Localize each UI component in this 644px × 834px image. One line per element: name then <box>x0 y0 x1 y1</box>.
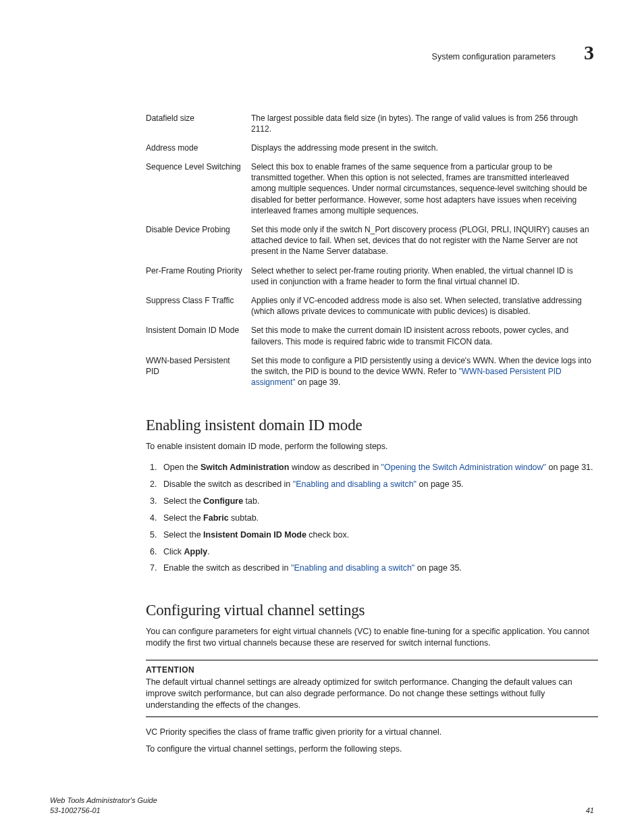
doc-title: Web Tools Administrator's Guide <box>50 796 157 806</box>
attention-note: ATTENTION The default virtual channel se… <box>146 660 598 717</box>
param-desc: The largest possible data field size (in… <box>251 109 598 138</box>
footer-left: Web Tools Administrator's Guide 53-10027… <box>50 796 157 816</box>
text: Select the <box>163 513 203 523</box>
table-row: Disable Device Probing Set this mode onl… <box>146 220 598 261</box>
attention-title: ATTENTION <box>146 664 598 675</box>
step: Select the Insistent Domain ID Mode chec… <box>159 527 598 544</box>
text: Disable the switch as described in <box>163 479 293 489</box>
table-row: Address mode Displays the addressing mod… <box>146 138 598 157</box>
paragraph: To configure the virtual channel setting… <box>146 744 598 755</box>
cross-ref-link[interactable]: "Enabling and disabling a switch" <box>293 479 417 489</box>
param-desc: Applies only if VC-encoded address mode … <box>251 291 598 321</box>
param-label: Per-Frame Routing Priority <box>146 261 251 291</box>
param-desc: Set this mode to make the current domain… <box>251 321 598 350</box>
step: Select the Configure tab. <box>159 493 598 510</box>
text: subtab. <box>229 513 259 523</box>
cross-ref-link[interactable]: "Enabling and disabling a switch" <box>291 563 414 573</box>
intro-paragraph: To enable insistent domain ID mode, perf… <box>146 441 598 452</box>
ui-label: Fabric <box>203 513 229 523</box>
section-name: System configuration parameters <box>432 51 556 63</box>
cross-ref-link[interactable]: "Opening the Switch Administration windo… <box>381 463 546 472</box>
parameter-table: Datafield size The largest possible data… <box>146 109 598 392</box>
doc-number: 53-1002756-01 <box>50 806 157 816</box>
table-row: WWN-based Persistent PID Set this mode t… <box>146 351 598 392</box>
step: Disable the switch as described in "Enab… <box>159 476 598 493</box>
table-row: Datafield size The largest possible data… <box>146 109 598 138</box>
param-label: WWN-based Persistent PID <box>146 351 251 392</box>
table-row: Suppress Class F Traffic Applies only if… <box>146 291 598 321</box>
ui-label: Switch Administration <box>200 463 290 472</box>
text: Select the <box>163 496 203 506</box>
param-label: Suppress Class F Traffic <box>146 291 251 321</box>
param-label: Insistent Domain ID Mode <box>146 321 251 350</box>
param-label: Sequence Level Switching <box>146 157 251 220</box>
step: Select the Fabric subtab. <box>159 510 598 527</box>
step: Enable the switch as described in "Enabl… <box>159 560 598 577</box>
heading-enabling-insistent: Enabling insistent domain ID mode <box>146 415 598 436</box>
text: Open the <box>163 463 200 472</box>
table-row: Sequence Level Switching Select this box… <box>146 157 598 220</box>
step: Open the Switch Administration window as… <box>159 459 598 476</box>
param-desc: Displays the addressing mode present in … <box>251 138 598 157</box>
table-row: Insistent Domain ID Mode Set this mode t… <box>146 321 598 350</box>
attention-body: The default virtual channel settings are… <box>146 677 598 711</box>
param-desc: Set this mode to configure a PID persist… <box>251 351 598 392</box>
paragraph: VC Priority specifies the class of frame… <box>146 727 598 738</box>
param-label: Address mode <box>146 138 251 157</box>
intro-paragraph: You can configure parameters for eight v… <box>146 626 598 649</box>
text: . <box>207 547 209 556</box>
text: window as described in <box>289 463 381 472</box>
text: on page 35. <box>414 563 462 573</box>
param-desc: Select whether to select per-frame routi… <box>251 261 598 291</box>
text: on page 39. <box>296 377 341 387</box>
ui-label: Insistent Domain ID Mode <box>203 530 306 540</box>
chapter-number: 3 <box>584 39 594 67</box>
text: tab. <box>243 496 259 506</box>
ui-label: Configure <box>203 496 243 506</box>
procedure-steps: Open the Switch Administration window as… <box>146 459 598 577</box>
text: Select the <box>163 530 203 540</box>
text: on page 35. <box>417 479 464 489</box>
table-row: Per-Frame Routing Priority Select whethe… <box>146 261 598 291</box>
param-label: Datafield size <box>146 109 251 138</box>
heading-virtual-channel: Configuring virtual channel settings <box>146 600 598 621</box>
param-desc: Set this mode only if the switch N_Port … <box>251 220 598 261</box>
ui-label: Apply <box>184 547 208 556</box>
running-header: System configuration parameters 3 <box>46 39 598 67</box>
text: Enable the switch as described in <box>163 563 291 573</box>
param-label: Disable Device Probing <box>146 220 251 261</box>
step: Click Apply. <box>159 544 598 561</box>
page-content: Datafield size The largest possible data… <box>146 109 598 755</box>
text: check box. <box>306 530 349 540</box>
text: on page 31. <box>546 463 593 472</box>
page-number: 41 <box>586 806 594 816</box>
page-footer: Web Tools Administrator's Guide 53-10027… <box>46 796 598 816</box>
param-desc: Select this box to enable frames of the … <box>251 157 598 220</box>
text: Click <box>163 547 184 556</box>
